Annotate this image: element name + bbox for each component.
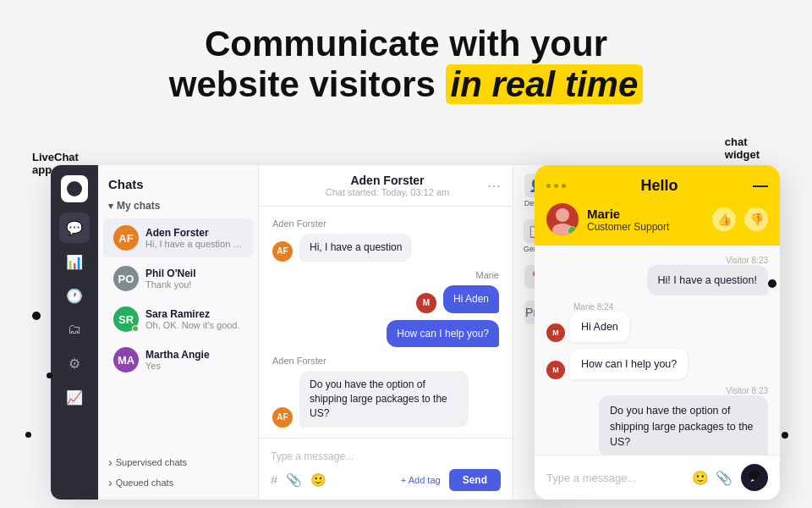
chat-widget: Hello — Marie Customer Support 👍 👎 Visit (535, 165, 780, 500)
chat-input-placeholder[interactable]: Type a message... (271, 447, 501, 469)
msg-avatar-aden1: AF (272, 241, 293, 262)
msg-avatar-aden2: AF (272, 407, 293, 428)
chat-info-martha: Martha Angie Yes (145, 349, 243, 371)
widget-visitor-msg1: Visitor 8:23 Hi! I have a question! (546, 256, 768, 295)
widget-agent-avatar (546, 203, 579, 235)
chat-info-sara: Sara Ramirez Oh, OK. Now it's good. (145, 308, 243, 330)
sidebar-item-settings[interactable]: ⚙ (59, 348, 90, 378)
widget-bubble-v1: Hi! I have a question! (647, 265, 768, 295)
hashtag-icon[interactable]: # (271, 472, 277, 488)
sara-status-dot (132, 325, 139, 332)
widget-emoji-icon[interactable]: 🙂 (692, 470, 709, 486)
chat-header-sub: Chat started: Today, 03:12 am (288, 187, 487, 197)
widget-visitor-msg2: Visitor 8:23 Do you have the option of s… (546, 386, 768, 455)
widget-attachment-icon[interactable]: 📎 (716, 470, 732, 486)
deco-dot-6 (749, 470, 760, 480)
widget-input-area: Type a message... 🙂 📎 ➤ (535, 455, 780, 500)
chat-preview-phil: Thank you! (145, 279, 243, 290)
sidebar-item-reports[interactable]: 📊 (59, 246, 90, 277)
livechat-app: 💬 📊 🕐 🗂 ⚙ 📈 Chats My chats AF Aden Forst… (51, 165, 558, 500)
avatar-martha: MA (113, 347, 139, 373)
hero-line2: website visitors in real time (0, 64, 812, 105)
chat-name-sara: Sara Ramirez (145, 308, 243, 320)
sidebar-logo (61, 175, 88, 202)
msg-bubble-aden2: Do you have the option of shipping large… (299, 371, 469, 427)
chat-input-icons: # 📎 🙂 (271, 472, 326, 488)
msg-sender-aden1: Aden Forster (272, 218, 499, 229)
chat-header: Aden Forster Chat started: Today, 03:12 … (259, 165, 513, 207)
send-button[interactable]: Send (449, 469, 501, 491)
thumbs-down-button[interactable]: 👎 (744, 207, 768, 231)
thumbs-up-button[interactable]: 👍 (712, 207, 736, 231)
chat-preview-aden: Hi, I have a question about... (145, 239, 243, 249)
msg-row-aden2: AF Do you have the option of shipping la… (272, 371, 499, 427)
chat-preview-sara: Oh, OK. Now it's good. (145, 320, 243, 330)
widget-menu-dots (546, 184, 566, 188)
sidebar-item-tickets[interactable]: 🗂 (59, 314, 90, 345)
widget-time-v2: Visitor 8:23 (726, 386, 768, 395)
supervised-chats-link[interactable]: Supervised chats (108, 452, 248, 472)
widget-minimize-button[interactable]: — (753, 177, 768, 195)
sidebar: 💬 📊 🕐 🗂 ⚙ 📈 (51, 165, 98, 500)
widget-time-a1: Marie 8:24 (546, 302, 768, 312)
msg-avatar-marie: M (416, 293, 436, 313)
chat-input-toolbar: # 📎 🙂 + Add tag Send (271, 469, 501, 491)
widget-messages: Visitor 8:23 Hi! I have a question! Mari… (535, 246, 780, 455)
svg-point-0 (556, 208, 569, 222)
sidebar-item-chats[interactable]: 💬 (59, 213, 90, 243)
widget-agent-msg1: Marie 8:24 M Hi Aden (546, 302, 768, 342)
attachment-icon[interactable]: 📎 (286, 472, 302, 488)
deco-dot-1 (32, 312, 41, 320)
my-chats-label: My chats (98, 196, 258, 217)
add-tag-button[interactable]: + Add tag (401, 475, 441, 485)
chat-header-name: Aden Forster (288, 174, 487, 187)
deco-dot-3 (25, 432, 31, 438)
widget-bubble-a1: Hi Aden (570, 312, 629, 342)
chat-item-phil[interactable]: PO Phil O'Neil Thank you! (103, 259, 253, 298)
widget-header-top: Hello — (546, 177, 768, 195)
chat-list: AF Aden Forster Hi, I have a question ab… (98, 217, 258, 445)
deco-dot-5 (782, 432, 788, 439)
msg-group-1: Aden Forster AF Hi, I have a question (272, 218, 499, 262)
chat-preview-martha: Yes (145, 361, 243, 371)
widget-input[interactable]: Type a message... (546, 472, 683, 484)
queued-chats-link[interactable]: Queued chats (108, 472, 248, 493)
main-chat: Aden Forster Chat started: Today, 03:12 … (259, 165, 513, 500)
msg-row-marie1: Hi Aden M (272, 285, 499, 313)
chat-more-button[interactable]: ⋯ (487, 178, 501, 194)
msg-bubble-aden1: Hi, I have a question (299, 234, 412, 262)
widget-agent: Marie Customer Support 👍 👎 (546, 203, 768, 235)
chat-info-phil: Phil O'Neil Thank you! (145, 268, 243, 290)
avatar-aden: AF (113, 225, 139, 251)
chat-item-sara[interactable]: SR Sara Ramirez Oh, OK. Now it's good. (103, 300, 253, 339)
emoji-icon[interactable]: 🙂 (310, 472, 326, 488)
sidebar-item-analytics[interactable]: 📈 (59, 382, 90, 412)
msg-row-marie2: How can I help you? (272, 320, 499, 348)
chats-panel: Chats My chats AF Aden Forster Hi, I hav… (98, 165, 259, 500)
chat-name-phil: Phil O'Neil (145, 268, 243, 279)
chats-panel-header: Chats (98, 165, 258, 196)
widget-agent-info: Marie Customer Support (587, 207, 704, 233)
dot-2 (554, 184, 558, 188)
widget-agent-avatar-sm2: M (546, 361, 565, 379)
widget-agent-role: Customer Support (587, 221, 704, 233)
dot-1 (546, 184, 551, 188)
chat-item-martha[interactable]: MA Martha Angie Yes (103, 340, 253, 379)
chats-bottom: Supervised chats Queued chats (98, 445, 258, 500)
deco-dot-2 (47, 373, 52, 378)
widget-time-v1: Visitor 8:23 (726, 256, 768, 265)
svg-point-1 (552, 224, 573, 235)
logo-inner (67, 181, 82, 196)
widget-header: Hello — Marie Customer Support 👍 👎 (535, 165, 780, 246)
sidebar-item-history[interactable]: 🕐 (59, 280, 90, 311)
chat-item-aden[interactable]: AF Aden Forster Hi, I have a question ab… (103, 218, 253, 257)
widget-icons: 🙂 📎 (692, 470, 732, 486)
chatwidget-annotation: chatwidget (725, 135, 760, 161)
hero-line2-pre: website visitors (169, 64, 446, 104)
widget-thumbs: 👍 👎 (712, 207, 768, 231)
chat-header-info: Aden Forster Chat started: Today, 03:12 … (288, 174, 487, 197)
hero-highlight: in real time (446, 64, 644, 104)
widget-agent-avatar-sm1: M (546, 323, 565, 342)
chat-name-aden: Aden Forster (145, 227, 243, 239)
msg-bubble-marie1: Hi Aden (443, 285, 499, 313)
